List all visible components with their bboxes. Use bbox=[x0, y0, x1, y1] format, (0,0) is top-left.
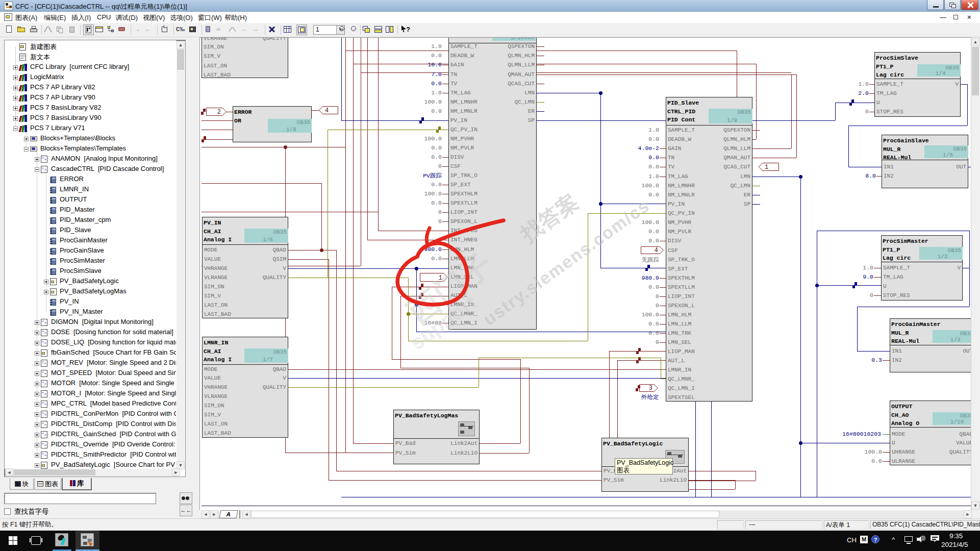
svg-text:4: 4 bbox=[655, 247, 658, 254]
svg-text:3: 3 bbox=[649, 385, 652, 392]
svg-text:1: 1 bbox=[765, 164, 768, 171]
svg-text:4: 4 bbox=[325, 107, 329, 114]
svg-text:2: 2 bbox=[217, 109, 221, 116]
